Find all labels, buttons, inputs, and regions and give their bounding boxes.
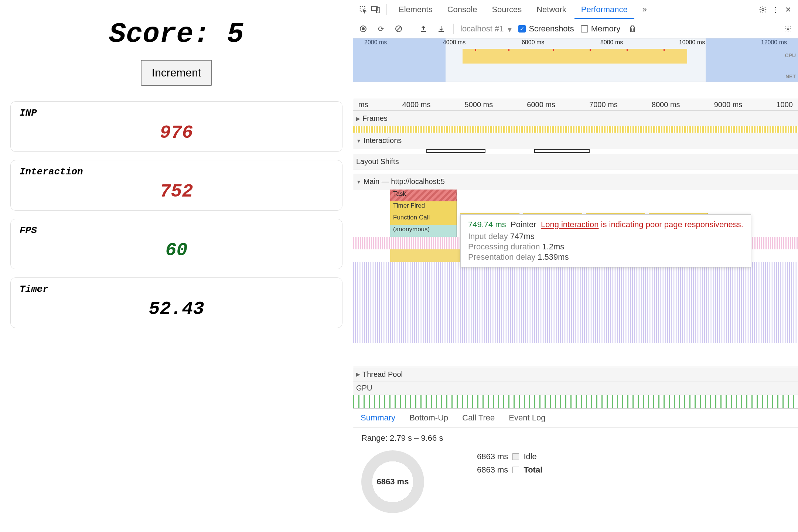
details-tab-summary[interactable]: Summary xyxy=(361,413,395,423)
ruler-tick: 8000 ms xyxy=(652,100,680,109)
flame-timer-fired[interactable]: Timer Fired xyxy=(390,201,457,213)
track-thread-pool[interactable]: ▶Thread Pool xyxy=(353,367,798,382)
network-strip[interactable] xyxy=(353,82,798,99)
checkbox-icon: ✓ xyxy=(518,25,526,33)
ruler-tick: 6000 ms xyxy=(527,100,555,109)
flame-chart[interactable]: ▶Frames ▼Interactions Layout Shifts ▼Mai… xyxy=(353,111,798,408)
chevron-down-icon: ▼ xyxy=(356,138,361,144)
metric-label: FPS xyxy=(20,225,333,236)
ruler-tick: ms xyxy=(358,100,368,109)
tab-console[interactable]: Console xyxy=(441,0,484,19)
svg-point-3 xyxy=(762,8,764,11)
legend-swatch xyxy=(512,467,519,473)
track-label: Main — http://localhost:5 xyxy=(364,177,445,186)
donut-value: 6863 ms xyxy=(377,477,409,487)
track-frames[interactable]: ▶Frames xyxy=(353,111,798,126)
metric-value: 752 xyxy=(20,181,333,202)
tabs-overflow[interactable]: » xyxy=(636,0,654,19)
summary-donut: 6863 ms xyxy=(361,450,424,513)
tooltip-row-value: 1.2ms xyxy=(542,242,564,251)
reload-icon[interactable]: ⟳ xyxy=(375,23,386,34)
devtools-tabbar: Elements Console Sources Network Perform… xyxy=(353,0,798,19)
ov-tick: 4000 ms xyxy=(443,39,466,47)
tooltip-duration: 749.74 ms xyxy=(468,220,506,229)
tooltip-type: Pointer xyxy=(511,220,536,229)
track-gpu[interactable]: GPU xyxy=(353,382,798,395)
track-label: GPU xyxy=(356,384,372,392)
timeline-overview[interactable]: 2000 ms 4000 ms 6000 ms 8000 ms 10000 ms… xyxy=(353,38,798,82)
tooltip-link[interactable]: Long interaction xyxy=(541,220,599,229)
gc-icon[interactable] xyxy=(627,23,638,34)
memory-checkbox[interactable]: Memory xyxy=(581,24,620,34)
details-tabbar: Summary Bottom-Up Call Tree Event Log xyxy=(353,408,798,427)
ruler-tick: 1000 xyxy=(776,100,793,109)
tooltip-row-value: 747ms xyxy=(510,232,535,241)
gear-icon[interactable] xyxy=(782,23,794,34)
details-tab-bottomup[interactable]: Bottom-Up xyxy=(409,413,448,423)
summary-pane: Range: 2.79 s – 9.66 s 6863 ms 6863 ms I… xyxy=(353,427,798,519)
gear-icon[interactable] xyxy=(757,4,768,15)
track-interactions[interactable]: ▼Interactions xyxy=(353,133,798,149)
close-icon[interactable]: ✕ xyxy=(782,4,794,15)
details-tab-calltree[interactable]: Call Tree xyxy=(462,413,495,423)
kebab-icon[interactable]: ⋮ xyxy=(770,4,781,15)
legend-ms: 6863 ms xyxy=(464,452,508,461)
download-icon[interactable] xyxy=(436,23,447,34)
ruler-tick: 7000 ms xyxy=(589,100,618,109)
tab-network[interactable]: Network xyxy=(530,0,573,19)
timeline-ruler[interactable]: ms 4000 ms 5000 ms 6000 ms 7000 ms 8000 … xyxy=(353,99,798,111)
device-toolbar-icon[interactable] xyxy=(370,4,381,15)
track-main[interactable]: ▼Main — http://localhost:5 xyxy=(353,174,798,190)
record-icon[interactable] xyxy=(358,23,369,34)
tooltip-row-label: Processing duration xyxy=(468,242,540,251)
metric-card-interaction: Interaction 752 xyxy=(10,160,342,211)
legend-label: Total xyxy=(524,465,542,475)
chevron-down-icon: ▼ xyxy=(356,179,361,185)
metric-value: 976 xyxy=(20,122,333,143)
flame-task[interactable]: Task xyxy=(390,190,457,201)
clear-icon[interactable] xyxy=(393,23,404,34)
score-heading: Score: 5 xyxy=(10,18,342,50)
legend-swatch xyxy=(512,453,519,460)
legend-row: 6863 ms Idle xyxy=(464,452,542,461)
flame-function-call[interactable]: Function Call xyxy=(390,213,457,225)
track-label: Thread Pool xyxy=(362,370,403,379)
metric-label: Timer xyxy=(20,284,333,295)
devtools-panel: Elements Console Sources Network Perform… xyxy=(353,0,798,532)
checkbox-label: Screenshots xyxy=(529,24,574,34)
perf-toolbar: ⟳ localhost #1 ✓ Screenshots Memory xyxy=(353,19,798,38)
overview-cpu-label: CPU xyxy=(785,52,796,58)
inspect-icon[interactable] xyxy=(358,4,369,15)
track-label: Frames xyxy=(362,114,388,123)
metric-value: 52.43 xyxy=(20,299,333,320)
tab-sources[interactable]: Sources xyxy=(485,0,528,19)
metric-value: 60 xyxy=(20,240,333,261)
flame-anonymous[interactable]: (anonymous) xyxy=(390,225,457,237)
tooltip-row-label: Presentation delay xyxy=(468,252,535,262)
tab-elements[interactable]: Elements xyxy=(392,0,439,19)
svg-line-7 xyxy=(396,27,401,31)
ov-tick: 8000 ms xyxy=(600,39,623,47)
ruler-tick: 5000 ms xyxy=(465,100,493,109)
details-tab-eventlog[interactable]: Event Log xyxy=(509,413,545,423)
track-layout-shifts[interactable]: Layout Shifts xyxy=(353,154,798,170)
ruler-tick: 4000 ms xyxy=(402,100,431,109)
metric-card-fps: FPS 60 xyxy=(10,219,342,269)
upload-icon[interactable] xyxy=(418,23,429,34)
tab-performance[interactable]: Performance xyxy=(574,0,634,19)
track-label: Interactions xyxy=(364,136,402,145)
increment-button[interactable]: Increment xyxy=(141,60,212,86)
svg-point-8 xyxy=(787,28,789,30)
tooltip-row-label: Input delay xyxy=(468,232,508,241)
tooltip-msg: is indicating poor page responsiveness. xyxy=(598,220,743,229)
summary-range: Range: 2.79 s – 9.66 s xyxy=(361,433,443,443)
profile-select[interactable]: localhost #1 xyxy=(460,24,512,34)
interaction-tooltip: 749.74 ms Pointer Long interaction is in… xyxy=(460,214,751,267)
legend-label: Idle xyxy=(524,452,536,461)
chevron-right-icon: ▶ xyxy=(356,371,360,377)
metric-label: INP xyxy=(20,108,333,119)
chevron-right-icon: ▶ xyxy=(356,116,360,122)
screenshots-checkbox[interactable]: ✓ Screenshots xyxy=(518,24,574,34)
checkbox-icon xyxy=(581,25,588,33)
legend-row: 6863 ms Total xyxy=(464,465,542,475)
